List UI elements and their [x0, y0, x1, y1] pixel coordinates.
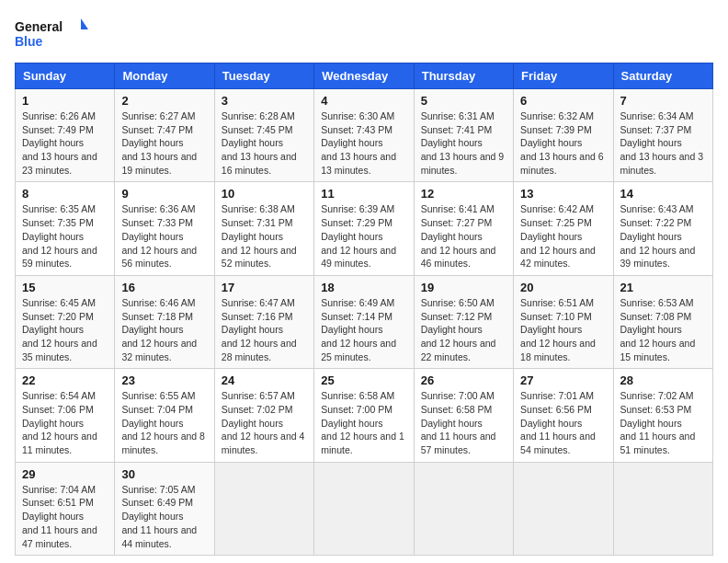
day-info: Sunrise: 6:53 AM Sunset: 7:08 PM Dayligh… [620, 296, 706, 363]
calendar-cell [414, 462, 513, 555]
calendar-cell: 29 Sunrise: 7:04 AM Sunset: 6:51 PM Dayl… [16, 462, 115, 555]
calendar-week-4: 22 Sunrise: 6:54 AM Sunset: 7:06 PM Dayl… [16, 369, 713, 462]
day-info: Sunrise: 6:26 AM Sunset: 7:49 PM Dayligh… [22, 109, 108, 177]
day-number: 20 [520, 281, 606, 294]
day-number: 3 [222, 94, 307, 108]
day-info: Sunrise: 6:34 AM Sunset: 7:37 PM Dayligh… [620, 109, 706, 177]
day-info: Sunrise: 6:28 AM Sunset: 7:45 PM Dayligh… [222, 109, 307, 177]
day-number: 28 [620, 373, 706, 387]
calendar-cell [613, 462, 712, 555]
day-info: Sunrise: 6:55 AM Sunset: 7:04 PM Dayligh… [121, 389, 207, 456]
day-number: 9 [121, 187, 207, 201]
header: General Blue [15, 15, 713, 52]
calendar-cell: 25 Sunrise: 6:58 AM Sunset: 7:00 PM Dayl… [314, 369, 414, 462]
day-number: 26 [421, 373, 506, 387]
day-info: Sunrise: 6:30 AM Sunset: 7:43 PM Dayligh… [321, 109, 406, 177]
calendar-week-2: 8 Sunrise: 6:35 AM Sunset: 7:35 PM Dayli… [16, 182, 713, 275]
day-number: 6 [520, 94, 606, 108]
calendar-cell: 15 Sunrise: 6:45 AM Sunset: 7:20 PM Dayl… [16, 275, 115, 368]
day-number: 29 [22, 467, 108, 481]
calendar-cell: 12 Sunrise: 6:41 AM Sunset: 7:27 PM Dayl… [414, 182, 513, 275]
day-info: Sunrise: 6:51 AM Sunset: 7:10 PM Dayligh… [520, 296, 606, 363]
svg-marker-2 [81, 18, 88, 29]
day-number: 7 [620, 94, 706, 108]
calendar-cell: 16 Sunrise: 6:46 AM Sunset: 7:18 PM Dayl… [115, 275, 214, 368]
calendar-cell: 22 Sunrise: 6:54 AM Sunset: 7:06 PM Dayl… [16, 369, 115, 462]
day-info: Sunrise: 6:38 AM Sunset: 7:31 PM Dayligh… [222, 202, 307, 270]
calendar-cell: 1 Sunrise: 6:26 AM Sunset: 7:49 PM Dayli… [16, 89, 115, 182]
calendar-cell: 5 Sunrise: 6:31 AM Sunset: 7:41 PM Dayli… [414, 89, 513, 182]
day-number: 4 [321, 94, 406, 108]
day-info: Sunrise: 7:04 AM Sunset: 6:51 PM Dayligh… [22, 483, 108, 550]
day-number: 25 [321, 373, 406, 387]
day-info: Sunrise: 7:01 AM Sunset: 6:56 PM Dayligh… [520, 389, 606, 456]
day-number: 12 [421, 187, 506, 201]
calendar-week-3: 15 Sunrise: 6:45 AM Sunset: 7:20 PM Dayl… [16, 275, 713, 368]
header-sunday: Sunday [16, 63, 115, 89]
calendar-cell: 18 Sunrise: 6:49 AM Sunset: 7:14 PM Dayl… [314, 275, 414, 368]
calendar-cell: 20 Sunrise: 6:51 AM Sunset: 7:10 PM Dayl… [514, 275, 613, 368]
calendar-cell: 23 Sunrise: 6:55 AM Sunset: 7:04 PM Dayl… [115, 369, 214, 462]
day-number: 5 [421, 94, 506, 108]
day-number: 10 [222, 187, 307, 201]
day-info: Sunrise: 7:05 AM Sunset: 6:49 PM Dayligh… [121, 483, 207, 550]
day-number: 22 [22, 373, 108, 387]
calendar-week-1: 1 Sunrise: 6:26 AM Sunset: 7:49 PM Dayli… [16, 89, 713, 182]
day-info: Sunrise: 6:39 AM Sunset: 7:29 PM Dayligh… [321, 202, 406, 270]
day-info: Sunrise: 6:57 AM Sunset: 7:02 PM Dayligh… [222, 389, 307, 456]
calendar-cell: 10 Sunrise: 6:38 AM Sunset: 7:31 PM Dayl… [214, 182, 313, 275]
day-number: 1 [22, 94, 108, 108]
day-info: Sunrise: 7:00 AM Sunset: 6:58 PM Dayligh… [421, 389, 506, 456]
calendar-cell: 4 Sunrise: 6:30 AM Sunset: 7:43 PM Dayli… [314, 89, 414, 182]
svg-text:General: General [15, 19, 63, 34]
header-thursday: Thursday [414, 63, 513, 89]
day-number: 16 [121, 281, 207, 294]
day-info: Sunrise: 6:49 AM Sunset: 7:14 PM Dayligh… [321, 296, 406, 363]
calendar-cell [214, 462, 313, 555]
calendar-cell: 26 Sunrise: 7:00 AM Sunset: 6:58 PM Dayl… [414, 369, 513, 462]
day-info: Sunrise: 7:02 AM Sunset: 6:53 PM Dayligh… [620, 389, 706, 456]
calendar-cell [314, 462, 414, 555]
calendar-cell: 19 Sunrise: 6:50 AM Sunset: 7:12 PM Dayl… [414, 275, 513, 368]
day-info: Sunrise: 6:54 AM Sunset: 7:06 PM Dayligh… [22, 389, 108, 456]
day-info: Sunrise: 6:43 AM Sunset: 7:22 PM Dayligh… [620, 202, 706, 270]
calendar-cell: 8 Sunrise: 6:35 AM Sunset: 7:35 PM Dayli… [16, 182, 115, 275]
day-number: 2 [121, 94, 207, 108]
day-number: 13 [520, 187, 606, 201]
day-info: Sunrise: 6:41 AM Sunset: 7:27 PM Dayligh… [421, 202, 506, 270]
day-number: 24 [222, 373, 307, 387]
calendar-cell: 13 Sunrise: 6:42 AM Sunset: 7:25 PM Dayl… [514, 182, 613, 275]
calendar-cell: 24 Sunrise: 6:57 AM Sunset: 7:02 PM Dayl… [214, 369, 313, 462]
day-number: 14 [620, 187, 706, 201]
day-info: Sunrise: 6:32 AM Sunset: 7:39 PM Dayligh… [520, 109, 606, 177]
header-saturday: Saturday [613, 63, 712, 89]
day-number: 21 [620, 281, 706, 294]
calendar-cell: 30 Sunrise: 7:05 AM Sunset: 6:49 PM Dayl… [115, 462, 214, 555]
calendar-cell: 28 Sunrise: 7:02 AM Sunset: 6:53 PM Dayl… [613, 369, 712, 462]
day-number: 11 [321, 187, 406, 201]
day-number: 17 [222, 281, 307, 294]
calendar-cell: 9 Sunrise: 6:36 AM Sunset: 7:33 PM Dayli… [115, 182, 214, 275]
day-number: 15 [22, 281, 108, 294]
calendar-cell: 3 Sunrise: 6:28 AM Sunset: 7:45 PM Dayli… [214, 89, 313, 182]
calendar-cell: 17 Sunrise: 6:47 AM Sunset: 7:16 PM Dayl… [214, 275, 313, 368]
header-monday: Monday [115, 63, 214, 89]
day-number: 30 [121, 467, 207, 481]
logo-svg: General Blue [15, 15, 88, 52]
day-info: Sunrise: 6:58 AM Sunset: 7:00 PM Dayligh… [321, 389, 406, 456]
svg-text:Blue: Blue [15, 34, 43, 49]
header-friday: Friday [514, 63, 613, 89]
day-info: Sunrise: 6:47 AM Sunset: 7:16 PM Dayligh… [222, 296, 307, 363]
day-info: Sunrise: 6:27 AM Sunset: 7:47 PM Dayligh… [121, 109, 207, 177]
day-info: Sunrise: 6:42 AM Sunset: 7:25 PM Dayligh… [520, 202, 606, 270]
calendar-header-row: SundayMondayTuesdayWednesdayThursdayFrid… [16, 63, 713, 89]
calendar-cell: 27 Sunrise: 7:01 AM Sunset: 6:56 PM Dayl… [514, 369, 613, 462]
calendar-cell: 11 Sunrise: 6:39 AM Sunset: 7:29 PM Dayl… [314, 182, 414, 275]
day-number: 19 [421, 281, 506, 294]
calendar-cell: 7 Sunrise: 6:34 AM Sunset: 7:37 PM Dayli… [613, 89, 712, 182]
calendar-cell: 6 Sunrise: 6:32 AM Sunset: 7:39 PM Dayli… [514, 89, 613, 182]
day-info: Sunrise: 6:36 AM Sunset: 7:33 PM Dayligh… [121, 202, 207, 270]
day-number: 23 [121, 373, 207, 387]
day-info: Sunrise: 6:46 AM Sunset: 7:18 PM Dayligh… [121, 296, 207, 363]
day-number: 27 [520, 373, 606, 387]
